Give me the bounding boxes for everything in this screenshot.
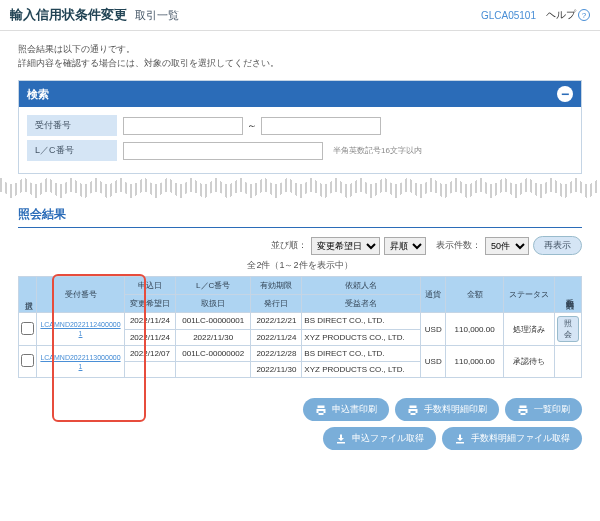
col-select: 選択: [22, 295, 33, 297]
collapse-icon[interactable]: −: [557, 86, 573, 102]
col-cur: 通貨: [421, 277, 446, 313]
screen-id: GLCA05101: [481, 10, 536, 21]
sort-order-select[interactable]: 昇順: [384, 237, 426, 255]
lcno-hint: 半角英数記号16文字以内: [333, 145, 422, 156]
printer-icon: [517, 404, 529, 416]
result-counter: 全2件（1～2件を表示中）: [18, 259, 582, 272]
recno-to-input[interactable]: [261, 117, 381, 135]
row-checkbox[interactable]: [21, 322, 34, 335]
sort-field-select[interactable]: 変更希望日: [311, 237, 380, 255]
info-text: 照会結果は以下の通りです。 詳細内容を確認する場合には、対象の取引を選択してくだ…: [18, 43, 582, 70]
col-app: 申込日: [125, 277, 176, 295]
print-app-button[interactable]: 申込書印刷: [303, 398, 389, 421]
col-lc: L／C番号: [175, 277, 251, 295]
col-recno: 受付番号: [37, 277, 125, 313]
col-iss: 発行日: [251, 295, 302, 313]
search-header[interactable]: 検索 −: [19, 81, 581, 107]
table-row: LCAMND20221124000001 2022/11/24001LC-000…: [19, 313, 582, 330]
recno-label: 受付番号: [27, 115, 117, 136]
printer-icon: [407, 404, 419, 416]
download-icon: [335, 433, 347, 445]
page-title: 輸入信用状条件変更: [10, 6, 127, 24]
page-size-select[interactable]: 50件: [485, 237, 529, 255]
download-fee-button[interactable]: 手数料明細ファイル取得: [442, 427, 582, 450]
recno-from-input[interactable]: [123, 117, 243, 135]
col-fee: 手数料明細: [563, 292, 574, 297]
download-icon: [454, 433, 466, 445]
table-row: LCAMND20221130000001 2022/12/07001LC-000…: [19, 346, 582, 362]
print-fee-button[interactable]: 手数料明細印刷: [395, 398, 499, 421]
col-exp: 有効期限: [251, 277, 302, 295]
page-header: 輸入信用状条件変更 取引一覧 GLCA05101 ヘルプ?: [0, 0, 600, 31]
result-title: 照会結果: [18, 202, 582, 228]
result-table: 選択 受付番号 申込日 L／C番号 有効期限 依頼人名 通貨 金額 ステータス …: [18, 276, 582, 378]
search-panel: 検索 − 受付番号 ～ L／C番号 半角英数記号16文字以内: [18, 80, 582, 174]
help-icon: ?: [578, 9, 590, 21]
page-subtitle: 取引一覧: [135, 8, 179, 23]
col-ben: 受益者名: [302, 295, 421, 313]
lcno-input[interactable]: [123, 142, 323, 160]
help-link[interactable]: ヘルプ?: [546, 8, 590, 22]
redisplay-button[interactable]: 再表示: [533, 236, 582, 255]
detail-button[interactable]: 照会: [557, 316, 579, 342]
col-amt: 金額: [446, 277, 504, 313]
omission-wave: [0, 178, 600, 198]
print-list-button[interactable]: 一覧印刷: [505, 398, 582, 421]
lcno-label: L／C番号: [27, 140, 117, 161]
result-controls: 並び順： 変更希望日 昇順 表示件数： 50件 再表示: [18, 236, 582, 255]
recno-link[interactable]: LCAMND20221124000001: [40, 321, 120, 337]
col-chg: 変更希望日: [125, 295, 176, 313]
col-sts: ステータス: [504, 277, 555, 313]
download-app-button[interactable]: 申込ファイル取得: [323, 427, 436, 450]
row-checkbox[interactable]: [21, 354, 34, 367]
printer-icon: [315, 404, 327, 416]
col-cli: 依頼人名: [302, 277, 421, 295]
recno-link[interactable]: LCAMND20221130000001: [40, 354, 120, 370]
col-ref: 取扱日: [175, 295, 251, 313]
